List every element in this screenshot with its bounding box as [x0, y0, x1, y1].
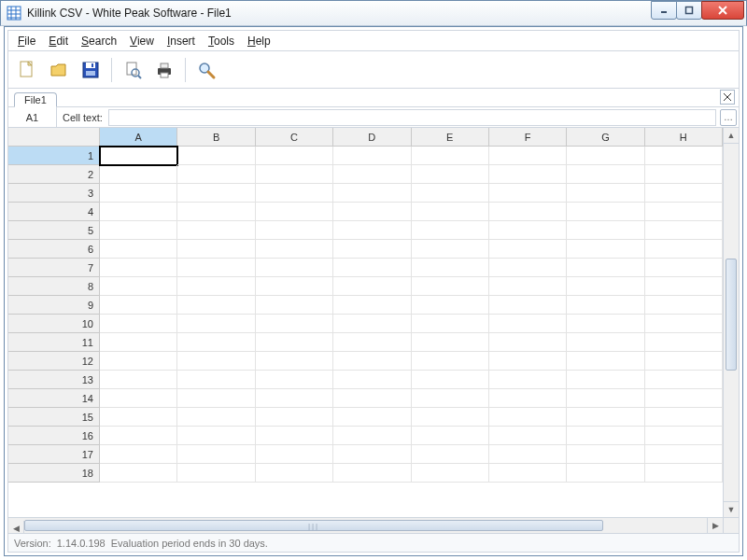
grid-cell[interactable]	[489, 333, 567, 352]
scroll-left-arrow[interactable]: ◀	[8, 521, 24, 533]
grid-cell[interactable]	[567, 240, 644, 259]
grid-cell[interactable]	[489, 371, 567, 389]
grid-cell[interactable]	[489, 315, 567, 333]
grid-cell[interactable]	[567, 427, 644, 445]
grid-cell[interactable]	[256, 221, 333, 240]
grid-cell[interactable]	[177, 296, 255, 315]
row-header[interactable]: 14	[8, 389, 100, 408]
grid-cell[interactable]	[100, 389, 177, 408]
row-header[interactable]: 9	[8, 296, 100, 315]
grid-cell[interactable]	[489, 352, 567, 371]
grid-cell[interactable]	[645, 221, 723, 240]
grid-cell[interactable]	[256, 277, 333, 296]
grid-cell[interactable]	[100, 203, 177, 221]
grid-cell[interactable]	[177, 203, 255, 221]
vertical-scrollbar[interactable]: ▲ ▼	[723, 128, 739, 517]
row-header[interactable]: 4	[8, 203, 100, 221]
grid-cell[interactable]	[256, 259, 333, 277]
grid-cell[interactable]	[100, 221, 177, 240]
grid-cell[interactable]	[489, 147, 567, 165]
grid-cell[interactable]	[567, 277, 644, 296]
grid-cell[interactable]	[333, 203, 411, 221]
grid-cell[interactable]	[333, 147, 411, 165]
row-header[interactable]: 5	[8, 221, 100, 240]
grid-cell[interactable]	[100, 184, 177, 203]
grid-cell[interactable]	[100, 408, 177, 427]
scroll-down-arrow[interactable]: ▼	[724, 501, 739, 517]
row-header[interactable]: 12	[8, 352, 100, 371]
new-file-button[interactable]	[14, 57, 40, 83]
grid-cell[interactable]	[100, 333, 177, 352]
row-header[interactable]: 2	[8, 165, 100, 184]
grid-cell[interactable]	[333, 184, 411, 203]
grid-cell[interactable]	[333, 408, 411, 427]
grid-cell[interactable]	[412, 315, 489, 333]
grid-cell[interactable]	[412, 240, 489, 259]
grid-cell[interactable]	[645, 203, 723, 221]
grid-cell[interactable]	[412, 389, 489, 408]
grid-cell[interactable]	[333, 333, 411, 352]
open-file-button[interactable]	[46, 57, 72, 83]
grid-cell[interactable]	[489, 240, 567, 259]
grid-cell[interactable]	[333, 259, 411, 277]
grid-cell[interactable]	[645, 259, 723, 277]
grid-cell[interactable]	[412, 277, 489, 296]
grid-cell[interactable]	[100, 277, 177, 296]
grid-cell[interactable]	[489, 165, 567, 184]
grid-cell[interactable]	[645, 165, 723, 184]
grid-cell[interactable]	[177, 333, 255, 352]
print-preview-button[interactable]	[120, 57, 146, 83]
grid-cell[interactable]	[567, 352, 644, 371]
grid-cell[interactable]	[333, 464, 411, 483]
grid-cell[interactable]	[645, 389, 723, 408]
grid-cell[interactable]	[412, 184, 489, 203]
menu-edit[interactable]: Edit	[43, 33, 74, 49]
maximize-button[interactable]	[676, 1, 702, 20]
grid-cell[interactable]	[256, 203, 333, 221]
grid-cell[interactable]	[567, 221, 644, 240]
minimize-button[interactable]	[651, 1, 677, 20]
grid-cell[interactable]	[256, 240, 333, 259]
grid-cell[interactable]	[412, 221, 489, 240]
grid-cell[interactable]	[645, 240, 723, 259]
grid-cell[interactable]	[333, 371, 411, 389]
grid-cell[interactable]	[100, 464, 177, 483]
grid-cell[interactable]	[567, 333, 644, 352]
grid-cell[interactable]	[256, 147, 333, 165]
grid-cell[interactable]	[412, 408, 489, 427]
grid-cell[interactable]	[100, 259, 177, 277]
grid-cell[interactable]	[645, 445, 723, 464]
row-header[interactable]: 13	[8, 371, 100, 389]
grid-cell[interactable]	[489, 389, 567, 408]
grid-cell[interactable]	[489, 464, 567, 483]
column-header[interactable]: G	[567, 128, 644, 147]
grid-cell[interactable]	[256, 371, 333, 389]
grid-cell[interactable]	[412, 445, 489, 464]
grid-cell[interactable]	[256, 333, 333, 352]
grid-cell[interactable]	[412, 333, 489, 352]
column-header[interactable]: D	[333, 128, 411, 147]
grid-cell[interactable]	[256, 389, 333, 408]
grid-cell[interactable]	[567, 203, 644, 221]
grid-cell[interactable]	[100, 427, 177, 445]
column-header[interactable]: C	[256, 128, 333, 147]
grid-cell[interactable]	[333, 296, 411, 315]
find-button[interactable]	[193, 57, 219, 83]
grid-cell[interactable]	[567, 371, 644, 389]
grid-cell[interactable]	[177, 221, 255, 240]
grid-cell[interactable]	[412, 259, 489, 277]
column-header[interactable]: A	[100, 128, 177, 147]
grid-cell[interactable]	[489, 259, 567, 277]
grid-cell[interactable]	[567, 315, 644, 333]
grid-cell[interactable]	[333, 165, 411, 184]
grid-cell[interactable]	[100, 315, 177, 333]
grid-cell[interactable]	[567, 165, 644, 184]
grid-cell[interactable]	[177, 147, 255, 165]
row-header[interactable]: 10	[8, 315, 100, 333]
grid-cell[interactable]	[100, 147, 177, 165]
grid-cell[interactable]	[333, 221, 411, 240]
row-header[interactable]: 8	[8, 277, 100, 296]
grid-cell[interactable]	[567, 184, 644, 203]
grid-cell[interactable]	[333, 277, 411, 296]
grid-cell[interactable]	[645, 296, 723, 315]
